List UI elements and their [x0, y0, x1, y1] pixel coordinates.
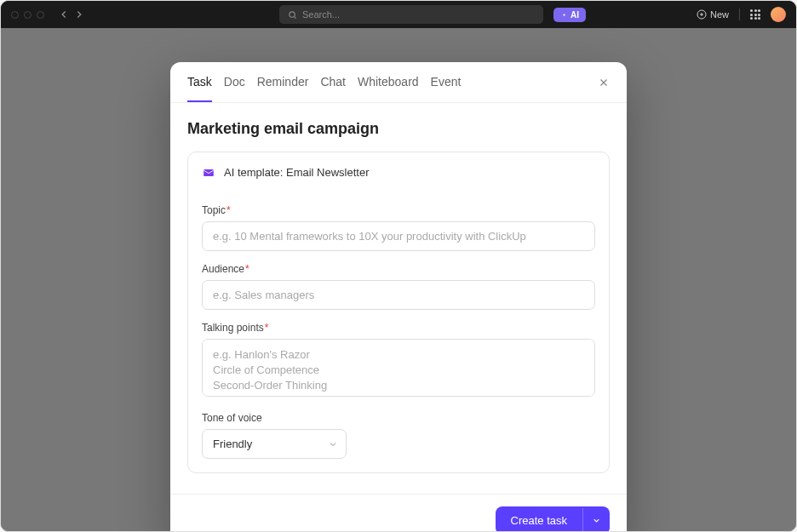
- template-label: AI template: Email Newsletter: [224, 166, 370, 179]
- tone-select[interactable]: Friendly: [202, 429, 347, 459]
- form-container: AI template: Email Newsletter Topic* Aud…: [187, 152, 610, 473]
- tab-doc[interactable]: Doc: [224, 62, 245, 102]
- talking-points-input[interactable]: [202, 339, 595, 397]
- topic-label: Topic*: [202, 204, 595, 216]
- modal-footer: Create task: [170, 494, 627, 532]
- mail-icon: [202, 167, 215, 179]
- modal-body: Marketing email campaign AI template: Em…: [170, 103, 627, 494]
- traffic-light-close[interactable]: [11, 11, 19, 19]
- template-indicator: AI template: Email Newsletter: [202, 166, 595, 192]
- traffic-light-minimize[interactable]: [24, 11, 32, 19]
- svg-point-0: [290, 11, 295, 16]
- topic-input[interactable]: [202, 221, 595, 251]
- svg-rect-8: [204, 169, 214, 175]
- audience-input[interactable]: [202, 280, 595, 310]
- new-button[interactable]: New: [697, 9, 729, 20]
- audience-label: Audience*: [202, 263, 595, 275]
- field-tone: Tone of voice Friendly: [202, 412, 595, 459]
- sparkle-icon: [560, 11, 568, 19]
- app-window: Search... AI New Task Doc Reminder: [0, 0, 797, 532]
- top-bar: Search... AI New: [1, 1, 796, 28]
- svg-line-1: [295, 16, 296, 18]
- avatar[interactable]: [771, 7, 786, 22]
- chevron-down-icon: [592, 516, 601, 525]
- field-audience: Audience*: [202, 263, 595, 310]
- field-talking-points: Talking points*: [202, 322, 595, 400]
- create-task-label: Create task: [496, 506, 582, 532]
- modal-tabs: Task Doc Reminder Chat Whiteboard Event: [170, 62, 627, 103]
- nav-arrows: [58, 9, 85, 20]
- talking-points-label: Talking points*: [202, 322, 595, 334]
- field-topic: Topic*: [202, 204, 595, 251]
- tone-label: Tone of voice: [202, 412, 595, 424]
- plus-circle-icon: [697, 9, 707, 20]
- create-task-dropdown[interactable]: [582, 508, 610, 532]
- ai-label: AI: [571, 10, 579, 20]
- tab-whiteboard[interactable]: Whiteboard: [358, 62, 419, 102]
- tab-chat[interactable]: Chat: [320, 62, 346, 102]
- close-icon[interactable]: [598, 77, 610, 89]
- tab-reminder[interactable]: Reminder: [257, 62, 309, 102]
- apps-icon[interactable]: [750, 9, 760, 20]
- tab-event[interactable]: Event: [431, 62, 462, 102]
- tab-task[interactable]: Task: [187, 62, 212, 102]
- create-task-button[interactable]: Create task: [496, 506, 610, 532]
- ai-button[interactable]: AI: [553, 8, 586, 22]
- create-task-modal: Task Doc Reminder Chat Whiteboard Event …: [170, 62, 627, 532]
- new-label: New: [710, 9, 729, 20]
- topbar-actions: New: [697, 7, 786, 22]
- search-icon: [288, 10, 297, 20]
- search-input[interactable]: Search...: [279, 5, 543, 24]
- nav-forward-icon[interactable]: [73, 9, 85, 20]
- search-placeholder: Search...: [302, 9, 340, 20]
- nav-back-icon[interactable]: [58, 9, 70, 20]
- window-controls: [11, 11, 44, 19]
- svg-point-2: [563, 14, 565, 15]
- modal-title: Marketing email campaign: [187, 120, 610, 138]
- traffic-light-maximize[interactable]: [37, 11, 44, 19]
- divider: [739, 9, 740, 20]
